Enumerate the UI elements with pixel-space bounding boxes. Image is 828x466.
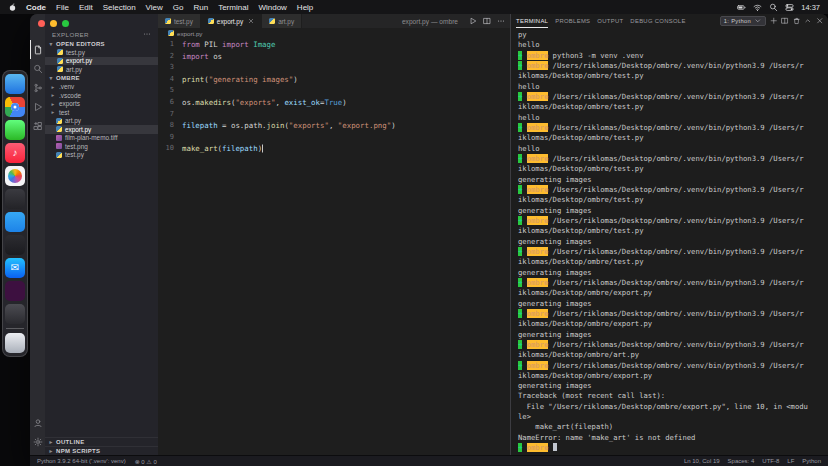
close-icon[interactable] [248, 18, 254, 24]
open-editors-header[interactable]: ▾ OPEN EDITORS [45, 39, 158, 48]
open-editor-item[interactable]: test.py [45, 48, 158, 57]
menu-item-go[interactable]: Go [168, 3, 189, 12]
breadcrumb[interactable]: export.py [158, 28, 510, 38]
menu-item-terminal[interactable]: Terminal [213, 3, 253, 12]
dock-whatsapp-icon[interactable] [5, 120, 25, 140]
status-item[interactable]: ⊗ 0 ⚠ 0 [135, 458, 157, 465]
split-terminal-icon[interactable] [781, 17, 789, 25]
tab-export-py[interactable]: export.py [201, 14, 262, 28]
python-file-icon [208, 18, 214, 24]
add-terminal-icon[interactable] [770, 17, 778, 25]
activity-run-debug-icon[interactable] [30, 97, 45, 116]
activity-extensions-icon[interactable] [30, 116, 45, 135]
workspace-header[interactable]: ▾ OMBRE [45, 74, 158, 83]
python-file-icon [269, 18, 275, 24]
menu-item-code[interactable]: Code [21, 3, 51, 12]
minimize-window-button[interactable] [50, 20, 57, 27]
kill-terminal-icon[interactable] [793, 17, 801, 25]
sidebar-bottom-sections: ▸OUTLINE▸NPM SCRIPTS [45, 437, 158, 455]
activity-source-control-icon[interactable] [30, 78, 45, 97]
dock-app-dark-2-icon[interactable] [5, 235, 25, 255]
activity-settings-icon[interactable] [30, 432, 45, 451]
search-icon[interactable] [769, 3, 778, 12]
dock-music-icon[interactable]: ♪ [5, 143, 25, 163]
wifi-icon[interactable] [753, 3, 762, 12]
section-outline[interactable]: ▸OUTLINE [45, 437, 158, 446]
panel-tab-problems[interactable]: PROBLEMS [555, 14, 590, 28]
section-npm-scripts[interactable]: ▸NPM SCRIPTS [45, 446, 158, 455]
terminal-line: iklomas/Desktop/ombre/test.py [518, 71, 828, 81]
activity-account-icon[interactable] [30, 413, 45, 432]
panel-tab-debug-console[interactable]: DEBUG CONSOLE [630, 14, 685, 28]
terminal-line: iklomas/Desktop/ombre/art.py [518, 350, 828, 360]
line-number: 6 [158, 97, 182, 109]
tree-folder[interactable]: ▸.vscode [45, 91, 158, 100]
code-text: print("generating images") [182, 74, 298, 86]
dock-mail-icon[interactable]: ✉ [5, 258, 25, 278]
sidebar-title-row: EXPLORER [45, 29, 158, 39]
open-editor-item[interactable]: export.py [45, 57, 158, 66]
tree-file[interactable]: export.py [45, 125, 158, 134]
dock-slack-icon[interactable] [5, 281, 25, 301]
battery-icon[interactable] [737, 3, 746, 12]
close-window-button[interactable] [38, 20, 45, 27]
tree-folder[interactable]: ▸exports [45, 100, 158, 109]
menu-item-selection[interactable]: Selection [98, 3, 141, 12]
tree-file[interactable]: test.py [45, 151, 158, 160]
tree-file[interactable]: test.png [45, 142, 158, 151]
maximize-panel-icon[interactable] [804, 17, 812, 25]
dock-chrome-icon[interactable] [5, 97, 25, 117]
chevron-right-icon: ▸ [48, 448, 54, 454]
tree-file[interactable]: film-plan-memo.tiff [45, 134, 158, 143]
status-item[interactable]: Spaces: 4 [728, 458, 755, 464]
dock-twitter-icon[interactable] [5, 212, 25, 232]
dock-trash-icon[interactable] [5, 333, 25, 353]
terminal-output[interactable]: pyhello➜ ombre python3 -m venv .venv➜ om… [511, 28, 828, 455]
menu-clock[interactable]: 14:37 [801, 3, 820, 12]
tab-test-py[interactable]: test.py [158, 14, 201, 28]
tree-folder[interactable]: ▸test [45, 108, 158, 117]
dock-garageband-icon[interactable] [5, 304, 25, 324]
dock-finder-icon[interactable] [5, 74, 25, 94]
control-center-icon[interactable] [785, 3, 794, 12]
code-line: 2import os [158, 51, 510, 63]
terminal-line: make_art(filepath) [518, 422, 828, 432]
section-label: OUTLINE [56, 439, 84, 445]
apple-menu-icon[interactable] [8, 3, 17, 12]
menu-item-run[interactable]: Run [188, 3, 213, 12]
status-item[interactable]: UTF-8 [762, 458, 779, 464]
tab-art-py[interactable]: art.py [262, 14, 302, 28]
explorer-more-actions-icon[interactable] [143, 30, 151, 38]
open-editor-item[interactable]: art.py [45, 65, 158, 74]
panel-tab-output[interactable]: OUTPUT [597, 14, 623, 28]
file-tree: ▸.venv▸.vscode▸exports▸testart.pyexport.… [45, 83, 158, 160]
terminal-line: generating images [518, 299, 828, 309]
status-item[interactable]: Python 3.9.2 64-bit ('.venv': venv) [37, 458, 126, 465]
section-label: NPM SCRIPTS [56, 448, 100, 454]
status-item[interactable]: LF [787, 458, 794, 464]
tree-file[interactable]: art.py [45, 117, 158, 126]
code-line: 1from PIL import Image [158, 39, 510, 51]
python-file-icon [56, 152, 62, 158]
dock-photos-icon[interactable] [5, 166, 25, 186]
menu-items: CodeFileEditSelectionViewGoRunTerminalWi… [21, 3, 318, 12]
tree-folder[interactable]: ▸.venv [45, 83, 158, 92]
terminal-line: ➜ ombre /Users/riklomas/Desktop/ombre/.v… [518, 123, 828, 133]
activity-explorer-icon[interactable] [30, 40, 45, 59]
zoom-window-button[interactable] [62, 20, 69, 27]
terminal-selector-dropdown[interactable]: 1: Python [720, 16, 766, 26]
terminal-line: ➜ ombre /Users/riklomas/Desktop/ombre/.v… [518, 185, 828, 195]
menu-item-window[interactable]: Window [253, 3, 291, 12]
dock-app-dark-1-icon[interactable] [5, 189, 25, 209]
status-item[interactable]: Ln 10, Col 19 [684, 458, 720, 464]
close-panel-icon[interactable] [816, 17, 824, 25]
menu-item-help[interactable]: Help [292, 3, 318, 12]
code-text: filepath = os.path.join("exports", "expo… [182, 120, 396, 132]
status-item[interactable]: Python [802, 458, 821, 464]
menu-item-view[interactable]: View [141, 3, 168, 12]
code-text: import os [182, 51, 222, 63]
activity-search-icon[interactable] [30, 59, 45, 78]
code-editor[interactable]: 1from PIL import Image2import os34print(… [158, 38, 510, 455]
menu-item-file[interactable]: File [51, 3, 74, 12]
menu-item-edit[interactable]: Edit [74, 3, 98, 12]
